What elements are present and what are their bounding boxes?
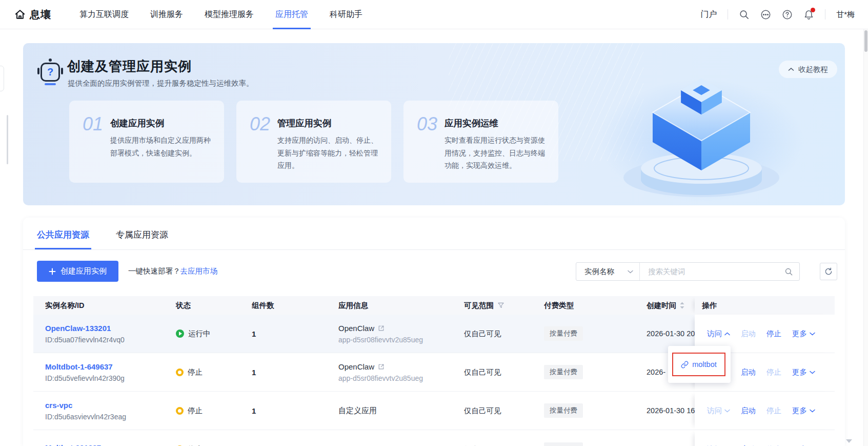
col-header-name: 实例名称/ID [33,296,176,315]
status-running-icon [176,329,184,338]
action-more[interactable]: 更多 [792,406,815,416]
visit-dropdown: moltbot [668,346,731,383]
filter-funnel-icon[interactable] [497,302,504,309]
action-start[interactable]: 启动 [741,367,756,377]
action-more[interactable]: 更多 [792,367,815,377]
nav-item-research-assistant[interactable]: 科研助手 [319,0,373,29]
chevron-down-icon [628,270,633,274]
table-row: crs-vpc ID:d5u6asvievvln42r3eag 停止 1 自定义… [33,392,835,430]
left-edge-widget [0,66,4,91]
step-desc: 提供应用市场和自定义应用两种部署模式，快速创建实例。 [110,134,217,159]
step-card-manage: 02 管理应用实例 支持应用的访问、启动、停止、更新与扩缩容等能力，轻松管理应用… [236,101,391,183]
collapse-tutorial-button[interactable]: 收起教程 [779,61,837,78]
action-visit[interactable]: 访问 [707,329,730,339]
vertical-scrollbar[interactable] [863,29,868,446]
annotation-highlight: moltbot [672,353,725,376]
plus-icon [49,268,56,275]
tab-public-resources[interactable]: 公共应用资源 [37,229,89,249]
status-stopped-icon [176,369,184,376]
resource-tabs: 公共应用资源 专属应用资源 [37,229,168,249]
instance-id: ID:d5ua07fievvln42r4vq0 [45,336,125,344]
tutorial-robot-icon: ? [38,59,62,85]
instance-name-link[interactable]: Moltdbot-1-649637 [45,362,125,371]
chevron-up-icon [788,67,794,71]
scrollbar-thumb[interactable] [864,30,867,52]
app-market-link[interactable]: 去应用市场 [180,266,218,276]
scroll-down-caret[interactable] [846,439,852,443]
divider [825,9,825,20]
cube-illustration [590,43,810,205]
col-header-created: 创建时间 [647,296,695,315]
search-icon[interactable] [739,9,750,20]
app-hosting-page: 息壤 算力互联调度 训推服务 模型推理服务 应用托管 科研助手 门户 [0,0,868,446]
col-header-status: 状态 [176,296,252,315]
pay-type-badge: 按量付费 [544,365,583,379]
more-apps-icon[interactable] [760,9,771,20]
nav-item-compute-scheduling[interactable]: 算力互联调度 [69,0,139,29]
step-desc: 支持应用的访问、启动、停止、更新与扩缩容等能力，轻松管理应用。 [277,134,384,172]
banner-subtitle: 提供全面的应用实例管理，提升服务稳定性与运维效率。 [68,79,254,88]
notification-bell-icon[interactable] [803,9,814,20]
search-submit-icon[interactable] [778,267,799,276]
portal-link[interactable]: 门户 [700,9,717,20]
col-header-actions: 操作 [695,296,835,315]
table-row: Moltbot-991227 停止 1 Moltbot 仅自己可见 按量付费 2… [33,430,835,446]
visibility: 仅自己可见 [464,367,501,377]
created-time: 2026-01-30 16 [647,406,695,415]
tab-divider [23,249,845,250]
col-header-appinfo: 应用信息 [338,296,464,315]
instance-id: ID:d5u6asvievvln42r3eag [45,413,126,421]
notification-dot [811,8,815,12]
search-input[interactable] [640,267,778,276]
external-link-icon[interactable] [378,325,385,332]
created-time: 2026-01-30 20 [647,329,695,338]
chevron-down-icon [810,409,815,413]
moltbot-endpoint-link[interactable]: moltbot [681,360,717,369]
nav-right: 门户 [700,9,855,20]
action-visit: 访问 [707,406,730,416]
col-header-paytype: 付费类型 [544,296,647,315]
app-id: app-d5sr08fievvtv2u85ueg [338,374,423,382]
pay-type-badge: 按量付费 [544,442,583,446]
action-stop: 停止 [766,367,781,377]
step-card-ops: 03 应用实例运维 实时查看应用运行状态与资源使用情况，支持监控、日志与终端功能… [403,101,558,183]
help-icon[interactable] [782,9,793,20]
instance-name-link[interactable]: Moltbot-991227 [45,443,101,446]
brand-logo[interactable]: 息壤 [14,8,51,22]
search-bar: 实例名称 [576,262,800,281]
action-more[interactable]: 更多 [792,329,815,339]
external-link-icon[interactable] [378,363,385,370]
create-instance-button[interactable]: 创建应用实例 [37,261,118,282]
home-icon [14,9,26,20]
resources-panel: 公共应用资源 专属应用资源 创建应用实例 一键快速部署？ 去应用市场 实例名称 [23,218,845,446]
chevron-down-icon [724,409,730,413]
tab-dedicated-resources[interactable]: 专属应用资源 [116,229,168,249]
component-count: 1 [252,368,256,377]
status-label: 停止 [188,406,203,416]
pay-type-badge: 按量付费 [544,403,583,418]
user-name[interactable]: 甘*梅 [836,10,855,20]
nav-item-training-inference[interactable]: 训推服务 [139,0,194,29]
app-name: 自定义应用 [338,406,377,416]
nav-item-model-inference[interactable]: 模型推理服务 [194,0,265,29]
action-start[interactable]: 启动 [741,406,756,416]
sort-icon[interactable] [680,302,684,309]
app-name: OpenClaw [338,362,374,371]
action-start: 启动 [741,329,756,339]
refresh-button[interactable] [820,263,837,280]
search-field-select[interactable]: 实例名称 [576,263,640,280]
instance-name-link[interactable]: crs-vpc [45,401,126,410]
action-stop: 停止 [766,406,781,416]
action-stop[interactable]: 停止 [766,329,781,339]
visibility: 仅自己可见 [464,329,501,339]
status-label: 停止 [188,367,203,377]
chevron-up-icon [724,332,730,336]
instance-name-link[interactable]: OpenClaw-133201 [45,324,125,333]
left-edge-scrollbar [7,115,8,164]
col-header-components: 组件数 [252,296,338,315]
refresh-icon [824,267,833,276]
tutorial-banner: ? 创建及管理应用实例 提供全面的应用实例管理，提升服务稳定性与运维效率。 收起… [23,43,845,205]
step-title: 应用实例运维 [445,117,551,129]
nav-item-app-hosting[interactable]: 应用托管 [265,0,319,29]
step-title: 创建应用实例 [110,117,217,129]
